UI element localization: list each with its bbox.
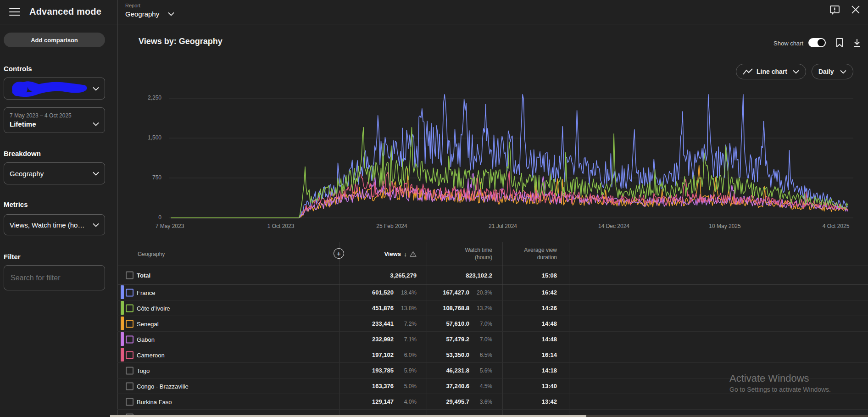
row-checkbox[interactable] [126, 289, 134, 296]
chevron-down-icon [793, 70, 799, 74]
interval-dropdown[interactable]: Daily [812, 64, 853, 79]
watch-time-value: 37,240.6 [446, 383, 469, 389]
row-checkbox[interactable] [126, 398, 134, 406]
avg-duration-column-header[interactable]: Average view duration [502, 242, 557, 266]
sort-descending-icon[interactable]: ↓ [404, 250, 407, 258]
row-checkbox[interactable] [126, 272, 134, 279]
x-tick-label: 10 May 2025 [690, 223, 759, 229]
y-tick-label: 2,250 [134, 95, 161, 101]
table-row[interactable]: Burkina Faso 129,147 4.0% 29,495.7 3.6% … [117, 394, 868, 410]
chart-series-france [171, 95, 848, 218]
row-checkbox[interactable] [126, 304, 134, 312]
country-label: Gabon [137, 336, 155, 343]
chart-series-cameroon [171, 172, 848, 218]
country-label: Côte d'Ivoire [137, 305, 170, 311]
total-label: Total [137, 272, 150, 279]
country-label: Congo - Brazzaville [137, 383, 189, 389]
table-row[interactable]: Gabon 232,992 7.1% 57,479.2 7.0% 14:48 [117, 332, 868, 347]
report-selector[interactable]: Geography [125, 10, 159, 18]
filter-label: Filter [4, 253, 21, 261]
interval-value: Daily [818, 68, 834, 75]
watch-time-percent: 4.5% [469, 383, 492, 389]
table-row[interactable]: France 601,520 18.4% 167,427.0 20.3% 16:… [117, 285, 868, 300]
views-value: 451,876 [372, 305, 394, 311]
views-value: 232,992 [372, 336, 394, 343]
table-row-total[interactable]: Total 3,265,279 823,102.2 15:08 [117, 266, 868, 285]
metrics-value: Views, Watch time (ho… [10, 221, 84, 229]
redacted-scribble [10, 80, 88, 97]
views-value: 129,147 [372, 398, 394, 405]
row-checkbox[interactable] [126, 320, 134, 328]
views-value: 233,441 [372, 320, 394, 327]
avg-duration-value: 14:48 [542, 320, 557, 327]
table-row[interactable]: Côte d'Ivoire 451,876 13.8% 108,768.8 13… [117, 300, 868, 316]
menu-icon[interactable] [9, 8, 20, 16]
series-color-bar [121, 348, 124, 361]
views-column-header[interactable]: Views ↓ [339, 242, 417, 266]
bookmark-icon[interactable] [835, 37, 844, 48]
chevron-down-icon [93, 122, 99, 126]
show-chart-toggle[interactable] [808, 38, 826, 47]
table-header: Geography Views ↓ Watch time (hours) Ave… [117, 242, 868, 266]
x-tick-label: 4 Oct 2025 [801, 223, 868, 229]
breakdown-value: Geography [10, 170, 44, 178]
geography-column-header[interactable]: Geography [138, 242, 165, 266]
app-title: Advanced mode [29, 6, 101, 17]
watch-time-value: 53,350.0 [446, 351, 469, 358]
close-icon[interactable] [851, 6, 860, 14]
show-chart-label: Show chart [773, 40, 803, 47]
country-label: Senegal [137, 320, 159, 327]
views-percent: 7.1% [394, 336, 417, 343]
watch-time-percent: 3.6% [469, 399, 492, 405]
add-metric-button[interactable]: + [334, 248, 344, 259]
chart-type-value: Line chart [757, 68, 787, 75]
chevron-down-icon[interactable] [168, 12, 174, 16]
views-percent: 7.2% [394, 321, 417, 327]
filter-search-input[interactable] [4, 265, 105, 290]
chart-series-senegal [171, 166, 848, 218]
row-checkbox[interactable] [126, 382, 134, 390]
date-range-dropdown[interactable]: 7 May 2023 – 4 Oct 2025 Lifetime [4, 107, 105, 133]
avg-duration-value: 16:14 [542, 351, 557, 358]
x-tick-label: 7 May 2023 [135, 223, 204, 229]
feedback-icon[interactable] [829, 5, 840, 16]
download-icon[interactable] [852, 38, 862, 47]
x-tick-label: 21 Jul 2024 [468, 223, 537, 229]
chart-series-c-te-d-ivoire [171, 128, 848, 218]
series-color-bar [121, 317, 124, 330]
channel-selector-dropdown[interactable] [4, 78, 105, 100]
chart-type-dropdown[interactable]: Line chart [736, 64, 806, 79]
watch-time-column-header[interactable]: Watch time (hours) [427, 242, 492, 266]
row-checkbox[interactable] [126, 351, 134, 359]
metrics-dropdown[interactable]: Views, Watch time (ho… [4, 214, 105, 235]
views-percent: 6.0% [394, 352, 417, 358]
watch-time-value: 57,610.0 [446, 320, 469, 327]
warning-icon [410, 251, 417, 257]
series-color-bar [121, 332, 124, 346]
watch-time-percent: 13.2% [469, 305, 492, 311]
toggle-knob [818, 39, 825, 46]
y-tick-label: 0 [134, 214, 161, 221]
row-checkbox[interactable] [126, 367, 134, 374]
activate-windows-watermark: Activate Windows [729, 373, 809, 384]
table-row[interactable]: Cameroon 197,102 6.0% 53,350.0 6.5% 16:1… [117, 347, 868, 363]
y-tick-label: 750 [134, 174, 161, 181]
horizontal-scrollbar-thumb[interactable] [110, 415, 586, 417]
chevron-down-icon [840, 70, 846, 74]
table-body: France 601,520 18.4% 167,427.0 20.3% 16:… [117, 285, 868, 417]
watch-time-value: 29,495.7 [446, 398, 469, 405]
add-comparison-button[interactable]: Add comparison [4, 33, 105, 47]
y-tick-label: 1,500 [134, 134, 161, 141]
watch-time-percent: 5.6% [469, 367, 492, 374]
metrics-label: Metrics [4, 200, 28, 208]
total-views: 3,265,279 [390, 272, 417, 279]
table-row[interactable]: Senegal 233,441 7.2% 57,610.0 7.0% 14:48 [117, 316, 868, 332]
row-checkbox[interactable] [126, 335, 134, 343]
horizontal-scrollbar-track [586, 415, 868, 417]
activate-windows-subtext: Go to Settings to activate Windows. [729, 386, 831, 393]
date-preset-text: Lifetime [10, 120, 36, 128]
line-chart-icon [743, 68, 753, 75]
views-value: 193,785 [372, 367, 394, 374]
views-header-label: Views [384, 250, 401, 257]
breakdown-dropdown[interactable]: Geography [4, 162, 105, 184]
